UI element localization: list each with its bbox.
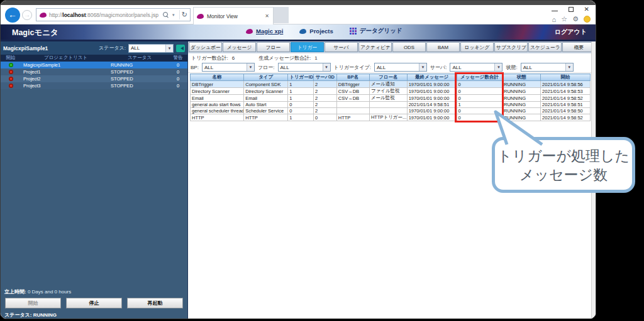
tab-フロー[interactable]: フロー [257, 42, 290, 52]
project-warnings-cell: 0 [169, 83, 187, 89]
column-header[interactable]: フロー名 [369, 74, 407, 81]
table-cell: 0 [288, 102, 314, 108]
home-icon[interactable]: ⌂ [552, 16, 557, 23]
stop-button[interactable]: 停止 [66, 298, 122, 308]
project-warnings-cell: 0 [169, 62, 187, 68]
table-cell: 0 [313, 114, 336, 121]
project-row[interactable]: MagicxpiSample1RUNNING0 [1, 62, 187, 68]
project-row[interactable]: Project3STOPPED0 [1, 82, 187, 89]
project-status-cell: RUNNING [111, 62, 169, 68]
tab-favicon [197, 14, 204, 19]
close-button[interactable]: ✕ [584, 6, 589, 13]
column-header[interactable]: トリガーID [288, 74, 314, 81]
feedback-smiley-icon[interactable] [584, 16, 591, 23]
table-header-row: 名称タイプトリガーIDサーバIDBP名フロー名最終メッセージメッセージ数合計状態… [191, 74, 591, 81]
maximize-button[interactable] [569, 7, 574, 12]
favorites-star-icon[interactable]: ☆ [561, 15, 567, 23]
project-row[interactable]: Project1STOPPED0 [1, 68, 187, 75]
table-cell: Scheduler Service [244, 108, 288, 114]
table-row[interactable]: EmailEmail12CSV→DBメール監視1970/01/01 9:00:0… [191, 95, 591, 102]
nav-projects[interactable]: Projects [299, 28, 333, 35]
counter: 生成メッセージ数合計:1 [258, 55, 317, 62]
tab-ダッシュボード[interactable]: ダッシュボード [189, 42, 222, 52]
tab-ロッキング[interactable]: ロッキング [460, 42, 494, 52]
new-tab-button[interactable] [274, 7, 289, 23]
column-header[interactable]: サーバID [313, 74, 336, 81]
callout-tail [467, 107, 555, 146]
project-status-cell: STOPPED [111, 83, 169, 89]
start-button[interactable]: 開始 [5, 298, 61, 308]
status-filter-select[interactable]: ALL ▼ [128, 44, 174, 53]
tab-ODS[interactable]: ODS [392, 42, 426, 52]
collapse-sidebar-icon[interactable] [176, 45, 185, 52]
nav-data-grid[interactable]: データグリッド [350, 27, 402, 35]
status-cell [1, 62, 21, 68]
chevron-down-icon[interactable]: ▼ [172, 13, 175, 17]
refresh-icon[interactable]: ↻ [182, 11, 187, 19]
table-cell: 1 [288, 81, 314, 88]
column-header[interactable]: タイプ [244, 74, 288, 81]
table-cell: 1970/01/01 9:00:00 [407, 88, 457, 95]
filter-select[interactable]: ALL▼ [278, 63, 331, 72]
callout-text-line1: トリガーが処理した [497, 146, 630, 165]
sidebar-filler [1, 89, 187, 287]
tab-スケジューラ[interactable]: スケジューラ [528, 42, 562, 52]
project-name-cell: Project2 [21, 76, 111, 82]
table-cell: Auto Start [244, 102, 288, 108]
column-header[interactable]: 最終メッセージ [407, 74, 457, 81]
column-header[interactable]: 状態 [502, 74, 541, 81]
tab-title: Monitor View [207, 13, 238, 19]
table-cell: 2 [313, 95, 336, 102]
filter-select[interactable]: ALL▼ [202, 63, 255, 72]
filter-value: ALL [521, 65, 565, 70]
chevron-down-icon: ▼ [494, 63, 502, 71]
project-name-cell: Project3 [21, 83, 111, 89]
table-cell: 2 [313, 88, 336, 95]
column-header[interactable]: メッセージ数合計 [457, 74, 502, 81]
project-name-cell: MagicxpiSample1 [21, 62, 111, 68]
tab-メッセージ[interactable]: メッセージ [223, 42, 256, 52]
tab-トリガー[interactable]: トリガー [291, 42, 324, 52]
nav-magic-xpi[interactable]: Magic xpi [246, 28, 283, 35]
table-row[interactable]: Directory ScannerDirectory Scanner12CSV→… [191, 88, 591, 95]
tab-BAM[interactable]: BAM [426, 42, 460, 52]
project-status-cell: STOPPED [111, 69, 169, 75]
table-cell: 1970/01/01 9:00:00 [407, 108, 457, 114]
close-tab-icon[interactable]: ✕ [265, 13, 269, 19]
nav-label: Magic xpi [256, 28, 283, 35]
url-path: :8068/magicmonitor/panels.jsp [86, 12, 158, 18]
forward-button[interactable]: → [22, 10, 32, 20]
status-value: RUNNING [33, 312, 57, 318]
table-cell: 1 [288, 88, 314, 95]
table-row[interactable]: DBTriggerComponent SDK12DBTriggerメール通知19… [191, 81, 591, 88]
back-button[interactable]: ← [5, 8, 20, 23]
url-protocol: http:// [49, 12, 62, 18]
filter-select[interactable]: ALL▼ [374, 63, 427, 72]
project-warnings-cell: 0 [169, 76, 187, 82]
filter-select[interactable]: ALL▼ [450, 63, 502, 72]
project-list-header: 開始 プロジェクトリスト ステータス 警告 [1, 55, 187, 62]
filter-select[interactable]: ALL▼ [521, 63, 574, 72]
tab-サーバ[interactable]: サーバ [325, 42, 358, 52]
address-bar[interactable]: http://localhost:8068/magicmonitor/panel… [36, 8, 191, 21]
project-row[interactable]: Project2STOPPED0 [1, 75, 187, 82]
gear-icon[interactable]: ⚙ [572, 15, 579, 23]
status-filter-value: ALL [129, 45, 165, 51]
tab-サブスクリプション[interactable]: サブスクリプション [494, 42, 528, 52]
table-cell: 1970/01/01 9:00:00 [407, 81, 457, 88]
status-label: ステータス: [4, 312, 31, 318]
column-header[interactable]: 開始 [541, 74, 591, 81]
column-header[interactable]: BP名 [336, 74, 369, 81]
tab-アクティビティログ[interactable]: アクティビティログ [358, 42, 392, 52]
counter-label: トリガー数合計: [191, 55, 228, 61]
chevron-down-icon: ▼ [419, 63, 426, 71]
column-header[interactable]: 名称 [191, 74, 244, 81]
nav-label: Projects [309, 28, 333, 35]
table-cell: RUNNING [502, 88, 541, 95]
logout-button[interactable]: ログアウト [555, 28, 587, 36]
search-icon[interactable] [163, 12, 169, 18]
restart-button[interactable]: 再起動 [127, 298, 183, 308]
browser-tab[interactable]: Monitor View ✕ [193, 7, 274, 24]
table-cell: CSV→DB [336, 95, 369, 102]
minimize-button[interactable] [552, 7, 558, 11]
